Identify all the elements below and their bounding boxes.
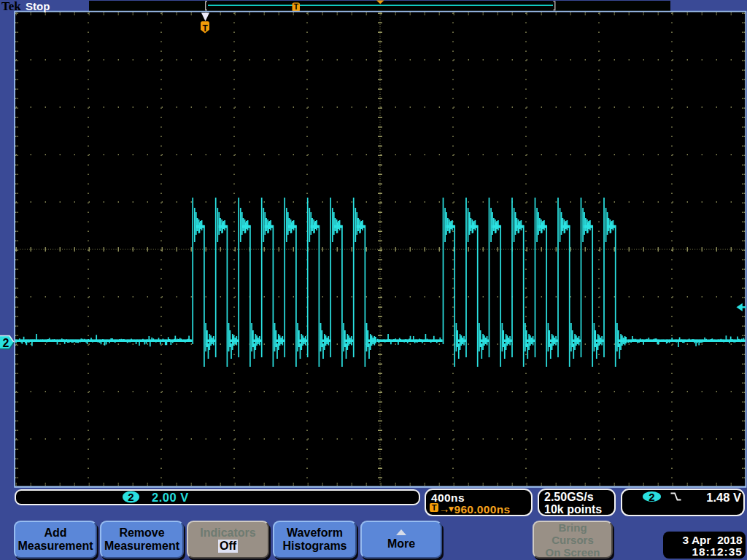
svg-text:1.48 V: 1.48 V (706, 491, 741, 504)
svg-text:2: 2 (649, 491, 654, 503)
